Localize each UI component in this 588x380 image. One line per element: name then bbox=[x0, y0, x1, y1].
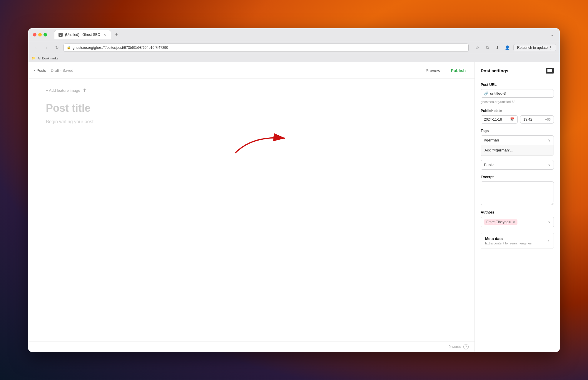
expand-icon[interactable]: ⌄ bbox=[549, 32, 555, 38]
help-icon[interactable]: ? bbox=[463, 344, 469, 349]
access-value: Public bbox=[484, 163, 494, 167]
tags-chevron-down-icon: ∨ bbox=[548, 138, 551, 142]
post-url-hint: ghostseo.org/untitled-3/ bbox=[481, 100, 554, 104]
post-url-input[interactable] bbox=[490, 91, 551, 96]
settings-panel-title: Post settings bbox=[481, 68, 508, 73]
authors-section: Authors Emre Elbeyoglu ✕ ∨ bbox=[481, 210, 554, 227]
date-input-wrap[interactable]: 📅 bbox=[481, 115, 518, 124]
tags-suggestion-item[interactable]: Add "#german"... bbox=[481, 145, 554, 156]
editor-toolbar: ‹ Posts Draft - Saved Preview Publish bbox=[28, 62, 475, 79]
address-bar-actions: ☆ ⧉ ⬇ 👤 Relaunch to update ⋮ bbox=[473, 44, 556, 52]
editor-body[interactable]: + Add feature image ⬆ Post title Begin w… bbox=[28, 79, 475, 341]
upload-icon: ⬆ bbox=[83, 88, 86, 93]
time-input-wrap[interactable]: +03 bbox=[520, 115, 554, 124]
add-feature-image-label: + Add feature image bbox=[46, 88, 80, 93]
relaunch-chevron-icon: ⋮ bbox=[549, 46, 552, 50]
publish-date-label: Publish date bbox=[481, 109, 554, 113]
excerpt-label: Excerpt bbox=[481, 175, 554, 179]
meta-data-chevron-right-icon: › bbox=[548, 239, 549, 243]
traffic-lights bbox=[33, 33, 47, 36]
settings-header: Post settings bbox=[475, 62, 560, 78]
new-tab-button[interactable]: + bbox=[112, 31, 121, 39]
tab-close-button[interactable]: ✕ bbox=[103, 33, 107, 37]
lock-icon: 🔒 bbox=[67, 46, 71, 49]
excerpt-section: Excerpt bbox=[481, 175, 554, 205]
extensions-button[interactable]: ⧉ bbox=[483, 44, 492, 52]
settings-close-button[interactable] bbox=[546, 68, 554, 74]
profile-button[interactable]: 👤 bbox=[503, 44, 512, 52]
fullscreen-traffic-light[interactable] bbox=[44, 33, 47, 36]
post-url-input-wrapper[interactable]: 🔗 bbox=[481, 89, 554, 98]
back-arrow-icon: ‹ bbox=[34, 68, 35, 73]
tags-section: Tags #german ∨ Add "#german"... Public ∨ bbox=[481, 129, 554, 170]
word-count-bar: 0 words ? bbox=[28, 341, 475, 352]
tab-favicon: G bbox=[59, 33, 63, 37]
calendar-icon[interactable]: 📅 bbox=[510, 117, 514, 121]
post-body-field[interactable]: Begin writing your post... bbox=[46, 119, 457, 124]
author-chevron-down-icon: ∨ bbox=[548, 220, 551, 224]
bookmark-button[interactable]: ☆ bbox=[473, 44, 482, 52]
access-chevron-down-icon: ∨ bbox=[548, 163, 551, 167]
post-url-label: Post URL bbox=[481, 83, 554, 87]
toolbar-right: Preview Publish bbox=[423, 66, 469, 75]
editor-area: ‹ Posts Draft - Saved Preview Publish + … bbox=[28, 62, 475, 352]
add-feature-image-button[interactable]: + Add feature image ⬆ bbox=[46, 88, 457, 93]
tags-label: Tags bbox=[481, 129, 554, 133]
bookmarks-bar: 📁 All Bookmarks bbox=[28, 54, 560, 62]
browser-window: G (Untitled) - Ghost SEO ✕ + ⌄ ‹ › ↻ 🔒 g… bbox=[28, 28, 560, 352]
tab-bar: G (Untitled) - Ghost SEO ✕ + bbox=[54, 30, 547, 39]
back-label: Posts bbox=[36, 68, 46, 73]
bookmarks-folder-icon: 📁 bbox=[32, 56, 36, 60]
excerpt-textarea[interactable] bbox=[481, 181, 554, 205]
publish-button[interactable]: Publish bbox=[448, 66, 469, 75]
tags-dropdown[interactable]: #german ∨ Add "#german"... bbox=[481, 135, 554, 156]
link-icon: 🔗 bbox=[484, 91, 488, 96]
date-row: 📅 +03 bbox=[481, 115, 554, 124]
address-bar-row: ‹ › ↻ 🔒 ghostseo.org/ghost/#/editor/post… bbox=[28, 41, 560, 54]
back-button[interactable]: ‹ bbox=[32, 44, 40, 52]
tags-current-value: #german bbox=[484, 138, 499, 142]
author-name: Emre Elbeyoglu bbox=[486, 220, 511, 224]
settings-content: Post URL 🔗 ghostseo.org/untitled-3/ Publ… bbox=[475, 78, 560, 254]
settings-panel: Post settings Post URL 🔗 ghostseo.org/un… bbox=[475, 62, 560, 352]
draft-status: Draft - Saved bbox=[51, 68, 74, 73]
window-controls-right: ⌄ bbox=[549, 32, 555, 38]
relaunch-button[interactable]: Relaunch to update ⋮ bbox=[513, 44, 556, 51]
download-button[interactable]: ⬇ bbox=[493, 44, 502, 52]
time-input[interactable] bbox=[523, 117, 544, 121]
tab-title: (Untitled) - Ghost SEO bbox=[65, 33, 100, 37]
browser-content: ‹ Posts Draft - Saved Preview Publish + … bbox=[28, 62, 560, 352]
address-bar[interactable]: 🔒 ghostseo.org/ghost/#/editor/post/673b6… bbox=[64, 44, 469, 52]
publish-date-section: Publish date 📅 +03 bbox=[481, 109, 554, 124]
title-bar: G (Untitled) - Ghost SEO ✕ + ⌄ bbox=[28, 28, 560, 41]
settings-close-inner-icon bbox=[547, 69, 552, 72]
tags-input-row[interactable]: #german ∨ bbox=[481, 136, 554, 145]
reload-button[interactable]: ↻ bbox=[53, 44, 61, 52]
timezone-label: +03 bbox=[545, 118, 551, 121]
address-text: ghostseo.org/ghost/#/editor/post/673b63b… bbox=[73, 46, 168, 50]
author-remove-button[interactable]: ✕ bbox=[512, 220, 515, 224]
back-to-posts-link[interactable]: ‹ Posts bbox=[34, 68, 46, 73]
preview-button[interactable]: Preview bbox=[423, 66, 443, 75]
close-traffic-light[interactable] bbox=[33, 33, 36, 36]
forward-button[interactable]: › bbox=[42, 44, 51, 52]
date-input[interactable] bbox=[484, 117, 508, 121]
post-url-section: Post URL 🔗 ghostseo.org/untitled-3/ bbox=[481, 83, 554, 104]
access-dropdown[interactable]: Public ∨ bbox=[481, 160, 554, 170]
author-tag: Emre Elbeyoglu ✕ bbox=[484, 219, 517, 225]
post-title-field[interactable]: Post title bbox=[46, 102, 457, 114]
meta-data-text: Meta data Extra content for search engin… bbox=[485, 236, 532, 245]
minimize-traffic-light[interactable] bbox=[38, 33, 42, 36]
meta-data-section[interactable]: Meta data Extra content for search engin… bbox=[481, 233, 554, 249]
meta-data-hint: Extra content for search engines bbox=[485, 241, 532, 245]
active-tab[interactable]: G (Untitled) - Ghost SEO ✕ bbox=[54, 30, 111, 39]
bookmarks-label: All Bookmarks bbox=[38, 56, 58, 60]
author-dropdown[interactable]: Emre Elbeyoglu ✕ ∨ bbox=[481, 217, 554, 227]
authors-label: Authors bbox=[481, 210, 554, 214]
meta-data-title: Meta data bbox=[485, 236, 532, 241]
word-count: 0 words bbox=[449, 345, 461, 349]
